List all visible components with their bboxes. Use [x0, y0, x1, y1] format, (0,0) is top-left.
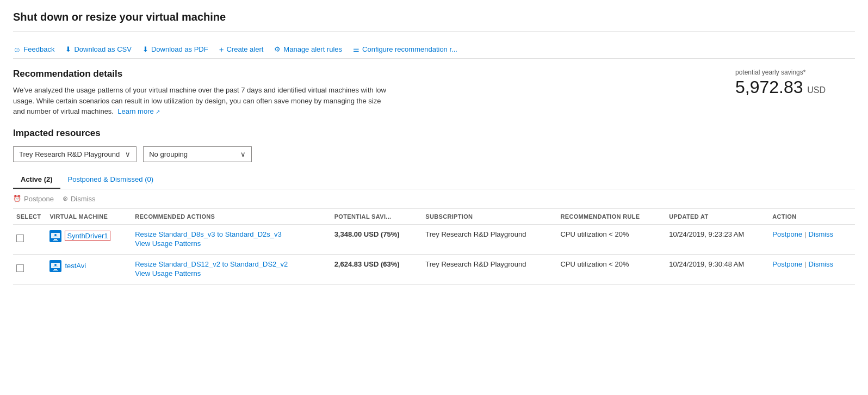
- action-bar: ⏰ Postpone ⊗ Dismiss: [13, 189, 855, 209]
- row2-savings-value: 2,624.83 USD (63%): [334, 260, 400, 268]
- download-csv-label: Download as CSV: [74, 45, 132, 53]
- dismiss-button: ⊗ Dismiss: [63, 195, 96, 203]
- row2-select-cell: [13, 254, 46, 284]
- download-csv-button[interactable]: ⬇ Download as CSV: [65, 45, 132, 53]
- subscription-chevron-icon: ∨: [125, 150, 131, 158]
- recommendation-section-title: Recommendation details: [13, 69, 394, 79]
- row2-savings-cell: 2,624.83 USD (63%): [331, 254, 423, 284]
- row1-rule: CPU utilization < 20%: [560, 230, 629, 238]
- create-alert-label: Create alert: [226, 45, 263, 53]
- col-recommendation-rule: RECOMMENDATION RULE: [557, 209, 666, 225]
- row2-usage-link[interactable]: View Usage Patterns: [135, 269, 325, 277]
- tabs-container: Active (2) Postponed & Dismissed (0): [13, 171, 855, 189]
- savings-box: potential yearly savings* 5,972.83 USD: [735, 69, 855, 97]
- svg-rect-3: [53, 240, 58, 241]
- row2-updated-cell: 10/24/2019, 9:30:48 AM: [666, 254, 769, 284]
- manage-alert-rules-button[interactable]: ⚙ Manage alert rules: [274, 45, 342, 53]
- row2-subscription: Trey Research R&D Playground: [425, 260, 526, 268]
- table-row: testAvi Resize Standard_DS12_v2 to Stand…: [13, 254, 855, 284]
- filter-row: Trey Research R&D Playground ∨ No groupi…: [13, 146, 855, 162]
- recommendation-text-area: Recommendation details We've analyzed th…: [13, 69, 394, 117]
- row1-checkbox[interactable]: [16, 234, 24, 242]
- row1-vm-cell: SynthDriver1: [46, 224, 132, 254]
- row1-updated-cell: 10/24/2019, 9:23:23 AM: [666, 224, 769, 254]
- download-pdf-icon: ⬇: [142, 45, 148, 53]
- row1-savings-value: 3,348.00 USD (75%): [334, 230, 400, 238]
- row2-vm-cell: testAvi: [46, 254, 132, 284]
- row1-action-cell: Postpone | Dismiss: [769, 224, 855, 254]
- row2-vm-name[interactable]: testAvi: [65, 262, 86, 270]
- configure-recommendation-label: Configure recommendation r...: [362, 45, 457, 53]
- row2-updated-at: 10/24/2019, 9:30:48 AM: [669, 260, 744, 268]
- row2-vm-name-container: testAvi: [49, 260, 126, 272]
- dismiss-label: Dismiss: [71, 195, 96, 203]
- dismiss-icon: ⊗: [63, 195, 68, 202]
- sliders-icon: ⚌: [353, 45, 359, 53]
- plus-icon: +: [219, 45, 224, 54]
- table-header: SELECT VIRTUAL MACHINE RECOMMENDED ACTIO…: [13, 209, 855, 225]
- svg-point-4: [54, 234, 57, 236]
- tab-active[interactable]: Active (2): [13, 171, 60, 189]
- row1-vm-name[interactable]: SynthDriver1: [65, 231, 110, 241]
- row1-updated-at: 10/24/2019, 9:23:23 AM: [669, 230, 744, 238]
- table-body: SynthDriver1 Resize Standard_D8s_v3 to S…: [13, 224, 855, 284]
- subscription-dropdown[interactable]: Trey Research R&D Playground ∨: [13, 146, 137, 162]
- svg-rect-2: [54, 239, 57, 240]
- external-link-icon: ↗: [156, 109, 160, 115]
- learn-more-link[interactable]: Learn more ↗: [117, 107, 160, 115]
- row1-dismiss-link[interactable]: Dismiss: [809, 230, 834, 238]
- feedback-button[interactable]: ☺ Feedback: [13, 45, 54, 54]
- feedback-label: Feedback: [23, 45, 54, 53]
- postpone-icon: ⏰: [13, 195, 21, 202]
- col-vm: VIRTUAL MACHINE: [46, 209, 132, 225]
- tab-postponed-dismissed[interactable]: Postponed & Dismissed (0): [60, 171, 162, 189]
- svg-rect-5: [53, 237, 58, 237]
- grouping-dropdown[interactable]: No grouping ∨: [143, 146, 252, 162]
- manage-alert-rules-label: Manage alert rules: [283, 45, 342, 53]
- row1-subscription: Trey Research R&D Playground: [425, 230, 526, 238]
- row2-rule-cell: CPU utilization < 20%: [557, 254, 666, 284]
- smiley-icon: ☺: [13, 45, 21, 54]
- row2-resize-link[interactable]: Resize Standard_DS12_v2 to Standard_DS2_…: [135, 260, 325, 268]
- row1-vm-name-container: SynthDriver1: [49, 230, 126, 242]
- row2-postpone-dismiss: Postpone | Dismiss: [772, 260, 850, 268]
- savings-amount: 5,972.83: [735, 77, 803, 97]
- toolbar: ☺ Feedback ⬇ Download as CSV ⬇ Download …: [13, 40, 855, 59]
- row2-action-cell: Postpone | Dismiss: [769, 254, 855, 284]
- subscription-dropdown-label: Trey Research R&D Playground: [19, 150, 120, 158]
- row2-dismiss-link[interactable]: Dismiss: [809, 260, 834, 268]
- table-row: SynthDriver1 Resize Standard_D8s_v3 to S…: [13, 224, 855, 254]
- row1-postpone-link[interactable]: Postpone: [772, 230, 802, 238]
- col-updated-at: UPDATED AT: [666, 209, 769, 225]
- row2-divider: |: [804, 260, 806, 268]
- main-page: Shut down or resize your virtual machine…: [0, 0, 868, 295]
- configure-recommendation-button[interactable]: ⚌ Configure recommendation r...: [353, 45, 457, 53]
- savings-display: 5,972.83 USD: [735, 77, 855, 97]
- row1-postpone-dismiss: Postpone | Dismiss: [772, 230, 850, 238]
- svg-rect-11: [53, 267, 58, 267]
- savings-label: potential yearly savings*: [735, 69, 855, 76]
- row2-checkbox[interactable]: [16, 264, 24, 272]
- col-subscription: SUBSCRIPTION: [422, 209, 557, 225]
- row1-usage-link[interactable]: View Usage Patterns: [135, 239, 325, 248]
- vm-icon-row2: [49, 260, 61, 272]
- col-potential-savings: POTENTIAL SAVI...: [331, 209, 423, 225]
- row1-actions-cell: Resize Standard_D8s_v3 to Standard_D2s_v…: [132, 224, 331, 254]
- recommendation-details: Recommendation details We've analyzed th…: [13, 69, 855, 117]
- svg-rect-9: [53, 270, 58, 271]
- col-select: SELECT: [13, 209, 46, 225]
- row2-postpone-link[interactable]: Postpone: [772, 260, 802, 268]
- row1-subscription-cell: Trey Research R&D Playground: [422, 224, 557, 254]
- create-alert-button[interactable]: + Create alert: [219, 45, 264, 54]
- postpone-label: Postpone: [24, 195, 54, 203]
- download-pdf-button[interactable]: ⬇ Download as PDF: [142, 45, 208, 53]
- resources-table: SELECT VIRTUAL MACHINE RECOMMENDED ACTIO…: [13, 209, 855, 285]
- gear-icon: ⚙: [274, 45, 281, 53]
- recommendation-description: We've analyzed the usage patterns of you…: [13, 85, 394, 117]
- row2-actions-cell: Resize Standard_DS12_v2 to Standard_DS2_…: [132, 254, 331, 284]
- col-action: ACTION: [769, 209, 855, 225]
- row1-resize-link[interactable]: Resize Standard_D8s_v3 to Standard_D2s_v…: [135, 230, 325, 238]
- col-recommended-actions: RECOMMENDED ACTIONS: [132, 209, 331, 225]
- impacted-resources-title: Impacted resources: [13, 128, 855, 139]
- grouping-dropdown-label: No grouping: [149, 150, 188, 158]
